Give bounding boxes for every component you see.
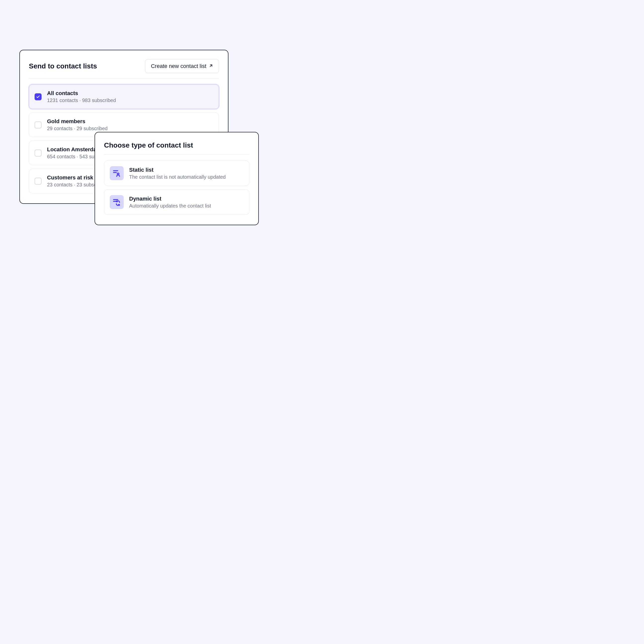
type-option-static[interactable]: Static list The contact list is not auto… xyxy=(104,161,249,186)
checkbox[interactable] xyxy=(35,121,42,128)
contact-list-item-meta: 29 contacts · 29 subscribed xyxy=(47,126,107,131)
contact-list-item[interactable]: All contacts 1231 contacts · 983 subscri… xyxy=(29,84,219,109)
contact-list-item-text: All contacts 1231 contacts · 983 subscri… xyxy=(47,90,116,103)
dynamic-list-icon xyxy=(110,195,124,209)
check-icon xyxy=(36,95,40,99)
create-button-label: Create new contact list xyxy=(151,63,206,69)
create-new-contact-list-button[interactable]: Create new contact list xyxy=(145,59,219,73)
type-option-text: Dynamic list Automatically updates the c… xyxy=(129,196,211,209)
type-option-desc: The contact list is not automatically up… xyxy=(129,174,226,180)
contact-list-item-name: All contacts xyxy=(47,90,116,97)
contact-list-item-text: Gold members 29 contacts · 29 subscribed xyxy=(47,118,107,131)
contact-list-item-name: Gold members xyxy=(47,118,107,125)
type-option-text: Static list The contact list is not auto… xyxy=(129,167,226,180)
type-option-title: Dynamic list xyxy=(129,196,211,202)
checkbox[interactable] xyxy=(35,178,42,185)
arrow-up-right-icon xyxy=(209,63,213,69)
types-stack: Static list The contact list is not auto… xyxy=(104,161,249,215)
static-list-icon xyxy=(110,166,124,180)
svg-line-0 xyxy=(210,65,212,67)
checkbox[interactable] xyxy=(35,150,42,157)
contacts-panel-title: Send to contact lists xyxy=(29,62,97,70)
types-panel-head: Choose type of contact list xyxy=(104,141,249,155)
contacts-panel-head: Send to contact lists Create new contact… xyxy=(29,59,219,78)
type-option-desc: Automatically updates the contact list xyxy=(129,203,211,209)
checkbox[interactable] xyxy=(35,93,42,100)
type-option-title: Static list xyxy=(129,167,226,173)
types-panel-title: Choose type of contact list xyxy=(104,141,193,149)
type-option-dynamic[interactable]: Dynamic list Automatically updates the c… xyxy=(104,189,249,215)
types-panel: Choose type of contact list Static list … xyxy=(95,132,259,225)
contact-list-item-meta: 1231 contacts · 983 subscribed xyxy=(47,98,116,103)
